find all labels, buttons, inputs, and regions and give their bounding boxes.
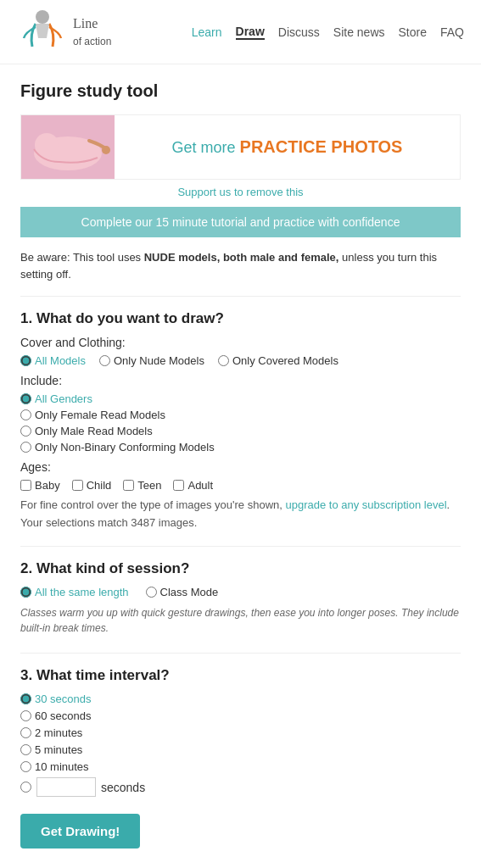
custom-seconds-label: seconds [101, 781, 145, 794]
page-title: Figure study tool [20, 81, 461, 101]
interval-options: 30 seconds 60 seconds 2 minutes 5 minute… [20, 693, 461, 797]
main-content: Figure study tool Get more PRACTICE PHOT… [0, 64, 481, 865]
custom-seconds-input[interactable] [36, 777, 96, 797]
match-text: Your selections match 3487 images. [20, 516, 461, 529]
nav-draw[interactable]: Draw [236, 25, 265, 40]
ad-text: Get more PRACTICE PHOTOS [115, 129, 460, 165]
section1-title: 1. What do you want to draw? [20, 310, 461, 327]
nav-learn[interactable]: Learn [192, 25, 222, 39]
cover-only-covered[interactable]: Only Covered Models [218, 354, 338, 367]
age-adult[interactable]: Adult [173, 479, 213, 492]
nav-faq[interactable]: FAQ [440, 25, 464, 39]
include-only-nonbinary[interactable]: Only Non-Binary Conforming Models [20, 441, 461, 453]
nav-discuss[interactable]: Discuss [278, 25, 320, 39]
cover-all-models[interactable]: All Models [20, 354, 86, 367]
ad-image [21, 115, 115, 179]
section3-title: 3. What time interval? [20, 667, 461, 684]
svg-point-4 [102, 146, 110, 154]
warning-text: Be aware: This tool uses NUDE models, bo… [20, 249, 461, 282]
ages-label: Ages: [20, 460, 461, 474]
ages-options: Baby Child Teen Adult [20, 479, 461, 492]
header: Lineof action Learn Draw Discuss Site ne… [0, 0, 481, 64]
cover-options: All Models Only Nude Models Only Covered… [20, 354, 461, 367]
session-class-mode[interactable]: Class Mode [146, 586, 219, 598]
include-label: Include: [20, 374, 461, 387]
interval-2m[interactable]: 2 minutes [20, 726, 461, 739]
nav-store[interactable]: Store [399, 25, 427, 39]
include-only-male[interactable]: Only Male Read Models [20, 425, 461, 437]
logo-text: Lineof action [73, 15, 111, 47]
svg-point-0 [36, 10, 49, 24]
include-only-female[interactable]: Only Female Read Models [20, 409, 461, 421]
session-options: All the same length Class Mode [20, 586, 461, 598]
support-link[interactable]: Support us to remove this [177, 186, 303, 198]
include-options: All Genders Only Female Read Models Only… [20, 392, 461, 453]
get-drawing-button[interactable]: Get Drawing! [20, 814, 140, 849]
ad-get-more: Get more PRACTICE PHOTOS [123, 137, 451, 157]
nav-site-news[interactable]: Site news [333, 25, 385, 39]
tutorial-text: Complete our 15 minute tutorial and prac… [81, 215, 400, 229]
interval-5m[interactable]: 5 minutes [20, 743, 461, 756]
interval-60s[interactable]: 60 seconds [20, 709, 461, 722]
logo-icon [17, 8, 68, 55]
interval-custom: seconds [20, 777, 461, 797]
cover-only-nude[interactable]: Only Nude Models [99, 354, 204, 367]
upgrade-link[interactable]: upgrade to any subscription level [285, 498, 446, 511]
age-teen[interactable]: Teen [123, 479, 161, 492]
nav: Learn Draw Discuss Site news Store FAQ [192, 25, 464, 40]
ad-banner: Get more PRACTICE PHOTOS [20, 114, 461, 180]
logo-area: Lineof action [17, 8, 111, 55]
support-link-container: Support us to remove this [20, 185, 461, 198]
section2-title: 2. What kind of session? [20, 560, 461, 577]
interval-30s[interactable]: 30 seconds [20, 693, 461, 705]
cover-label: Cover and Clothing: [20, 336, 461, 349]
class-description: Classes warm you up with quick gesture d… [20, 605, 461, 636]
include-all-genders[interactable]: All Genders [20, 392, 461, 405]
age-child[interactable]: Child [72, 479, 112, 492]
age-baby[interactable]: Baby [20, 479, 60, 492]
upgrade-text: For fine control over the type of images… [20, 498, 461, 511]
session-same-length[interactable]: All the same length [20, 586, 129, 598]
ad-person-icon [21, 115, 115, 179]
tutorial-bar[interactable]: Complete our 15 minute tutorial and prac… [20, 207, 461, 237]
interval-10m[interactable]: 10 minutes [20, 760, 461, 773]
interval-custom-radio[interactable] [20, 782, 31, 793]
